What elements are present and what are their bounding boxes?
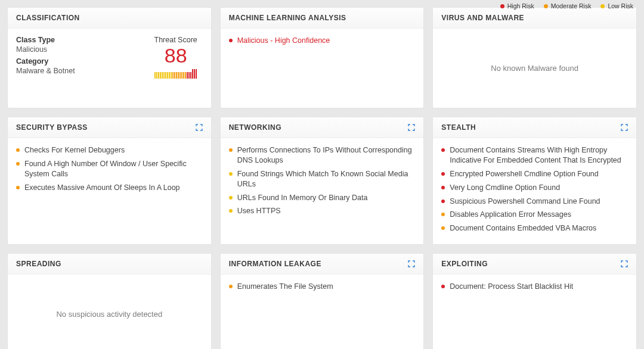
ml-body: Malicious - High Confidence	[221, 29, 424, 108]
legend-moderate-label: Moderate Risk	[551, 2, 592, 10]
finding-item[interactable]: Uses HTTPS	[229, 206, 416, 216]
card-title: SECURITY BYPASS	[16, 123, 88, 132]
class-type-label: Class Type	[16, 36, 141, 44]
card-header-ml: MACHINE LEARNING ANALYSIS	[221, 8, 424, 29]
exploiting-body: Document: Process Start Blacklist Hit	[433, 275, 636, 349]
finding-item[interactable]: Found Strings Which Match To Known Socia…	[229, 169, 416, 189]
finding-item[interactable]: Document: Process Start Blacklist Hit	[441, 282, 628, 292]
legend-high-label: High Risk	[507, 2, 534, 10]
category-label: Category	[16, 57, 141, 66]
card-header-stealth: STEALTH	[433, 117, 636, 138]
networking-list: Performs Connections To IPs Without Corr…	[229, 145, 416, 216]
card-classification: CLASSIFICATION Class Type Malicious Cate…	[7, 7, 212, 108]
info-leak-list: Enumerates The File System	[229, 282, 416, 292]
stealth-list: Document Contains Streams With High Entr…	[441, 145, 628, 233]
spreading-empty-message: No suspicious activity detected	[16, 282, 203, 347]
finding-item[interactable]: Enumerates The File System	[229, 282, 416, 292]
card-header-virus: VIRUS AND MALWARE	[433, 8, 636, 29]
card-header-spreading: SPREADING	[8, 254, 211, 275]
ml-findings-list: Malicious - High Confidence	[229, 36, 416, 46]
card-information-leakage: INFORMATION LEAKAGE Enumerates The File …	[220, 253, 425, 349]
card-exploiting: EXPLOITING Document: Process Start Black…	[432, 253, 637, 349]
card-title: STEALTH	[441, 123, 476, 132]
finding-item[interactable]: URLs Found In Memory Or Binary Data	[229, 193, 416, 203]
security-bypass-body: Checks For Kernel DebuggersFound A High …	[8, 138, 211, 244]
expand-icon[interactable]	[408, 124, 415, 131]
security-bypass-list: Checks For Kernel DebuggersFound A High …	[16, 145, 203, 193]
legend-low-risk: Low Risk	[600, 2, 633, 10]
spreading-body: No suspicious activity detected	[8, 275, 211, 349]
legend-moderate-risk: Moderate Risk	[544, 2, 592, 10]
classification-body: Class Type Malicious Category Malware & …	[8, 29, 211, 108]
stealth-body: Document Contains Streams With High Entr…	[433, 138, 636, 244]
card-networking: NETWORKING Performs Connections To IPs W…	[220, 117, 425, 245]
finding-item[interactable]: Performs Connections To IPs Without Corr…	[229, 145, 416, 166]
class-type-value: Malicious	[16, 45, 141, 54]
legend-low-label: Low Risk	[608, 2, 633, 10]
threat-score-gauge-icon	[149, 69, 203, 79]
card-machine-learning: MACHINE LEARNING ANALYSIS Malicious - Hi…	[220, 7, 425, 108]
card-title: VIRUS AND MALWARE	[441, 14, 524, 22]
moderate-risk-dot-icon	[544, 4, 548, 8]
card-virus-malware: VIRUS AND MALWARE No known Malware found	[432, 7, 637, 108]
card-header-security-bypass: SECURITY BYPASS	[8, 117, 211, 138]
info-leak-body: Enumerates The File System	[221, 275, 424, 349]
exploiting-list: Document: Process Start Blacklist Hit	[441, 282, 628, 292]
card-stealth: STEALTH Document Contains Streams With H…	[432, 117, 637, 245]
card-security-bypass: SECURITY BYPASS Checks For Kernel Debugg…	[7, 117, 212, 245]
threat-score-value: 88	[149, 45, 203, 66]
finding-item[interactable]: Disables Application Error Messages	[441, 210, 628, 220]
legend-high-risk: High Risk	[500, 2, 534, 10]
category-value: Malware & Botnet	[16, 67, 141, 75]
finding-item[interactable]: Suspicious Powershell Command Line Found	[441, 197, 628, 207]
classification-details: Class Type Malicious Category Malware & …	[16, 36, 141, 101]
card-spreading: SPREADING No suspicious activity detecte…	[7, 253, 212, 349]
finding-item[interactable]: Found A High Number Of Window / User Spe…	[16, 159, 203, 179]
finding-item[interactable]: Checks For Kernel Debuggers	[16, 145, 203, 155]
expand-icon[interactable]	[621, 260, 628, 267]
card-title: SPREADING	[16, 260, 61, 268]
card-header-classification: CLASSIFICATION	[8, 8, 211, 29]
finding-item[interactable]: Very Long Cmdline Option Found	[441, 183, 628, 193]
card-header-exploiting: EXPLOITING	[433, 254, 636, 275]
threat-score-label: Threat Score	[149, 36, 203, 44]
card-title: CLASSIFICATION	[16, 14, 80, 22]
dashboard-grid: CLASSIFICATION Class Type Malicious Cate…	[0, 0, 644, 349]
finding-item[interactable]: Document Contains Streams With High Entr…	[441, 145, 628, 166]
risk-legend: High Risk Moderate Risk Low Risk	[500, 2, 633, 10]
expand-icon[interactable]	[408, 260, 415, 267]
high-risk-dot-icon	[500, 4, 504, 8]
virus-body: No known Malware found	[433, 29, 636, 108]
card-header-info-leak: INFORMATION LEAKAGE	[221, 254, 424, 275]
card-title: EXPLOITING	[441, 260, 488, 268]
expand-icon[interactable]	[621, 124, 628, 131]
low-risk-dot-icon	[600, 4, 605, 8]
threat-score-block: Threat Score 88	[149, 36, 203, 101]
finding-item[interactable]: Document Contains Embedded VBA Macros	[441, 223, 628, 233]
card-header-networking: NETWORKING	[221, 117, 424, 138]
card-title: NETWORKING	[229, 123, 281, 132]
networking-body: Performs Connections To IPs Without Corr…	[221, 138, 424, 244]
finding-item[interactable]: Malicious - High Confidence	[229, 36, 416, 46]
finding-item[interactable]: Encrypted Powershell Cmdline Option Foun…	[441, 169, 628, 179]
expand-icon[interactable]	[196, 124, 203, 131]
finding-item[interactable]: Executes Massive Amount Of Sleeps In A L…	[16, 183, 203, 193]
virus-empty-message: No known Malware found	[441, 36, 628, 101]
card-title: INFORMATION LEAKAGE	[229, 260, 321, 268]
card-title: MACHINE LEARNING ANALYSIS	[229, 14, 346, 22]
